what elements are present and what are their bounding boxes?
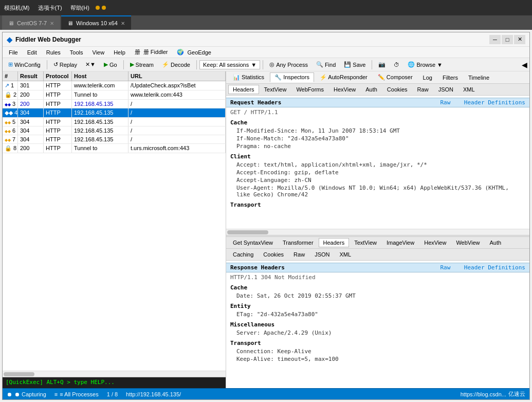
decode-icon: ⚡ bbox=[162, 61, 169, 68]
find-button[interactable]: 🔍 Find bbox=[313, 60, 339, 69]
resp-tab-syntaxview[interactable]: Get SyntaxView bbox=[228, 238, 278, 247]
action-button[interactable]: ✕▼ bbox=[82, 60, 99, 69]
req-tab-textview[interactable]: TextView bbox=[260, 85, 291, 94]
tab-statistics[interactable]: 📊 Statistics bbox=[228, 72, 269, 82]
menu-geoedge[interactable]: 🌍 GeoEdge bbox=[173, 48, 215, 57]
req-tab-xml[interactable]: XML bbox=[458, 85, 480, 94]
close-button[interactable]: ✕ bbox=[514, 35, 525, 44]
resp-tab-hexview[interactable]: HexView bbox=[419, 238, 451, 247]
session-row[interactable]: ↗ 1 301 HTTP www.telerik.com /UpdateChec… bbox=[3, 81, 226, 90]
tab-autoresponder[interactable]: ⚡ AutoResponder bbox=[315, 72, 372, 82]
toolbar-separator-3 bbox=[196, 60, 197, 69]
decode-button[interactable]: ⚡ Decode bbox=[158, 60, 194, 69]
req-tab-raw[interactable]: Raw bbox=[413, 85, 433, 94]
winconfig-button[interactable]: ⊞ WinConfig bbox=[5, 60, 44, 69]
menu-rules[interactable]: Rules bbox=[42, 48, 65, 57]
req-tab-hexview[interactable]: HexView bbox=[329, 85, 360, 94]
stream-icon: ▶ bbox=[130, 61, 134, 68]
resp-tab-caching[interactable]: Caching bbox=[228, 250, 258, 259]
geoedge-icon: 🌍 bbox=[177, 49, 184, 56]
tab-log[interactable]: Log bbox=[418, 73, 437, 82]
transport-title: Transport bbox=[226, 200, 529, 209]
req-scrollbar-thumb[interactable] bbox=[227, 230, 268, 234]
row-icon-6: ◆◆ bbox=[5, 129, 11, 134]
statistics-icon: 📊 bbox=[233, 74, 240, 80]
session-row[interactable]: ◆◆ 5 304 HTTP 192.168.45.135 / bbox=[3, 118, 226, 126]
menu-tabs[interactable]: 选项卡(T) bbox=[38, 4, 62, 12]
os-tab-windows[interactable]: 🖥 Windows 10 x64 ✕ bbox=[61, 15, 131, 30]
row-icon-1: ↗ bbox=[5, 82, 9, 88]
menu-edit[interactable]: Edit bbox=[23, 48, 41, 57]
resp-tab-headers[interactable]: Headers bbox=[319, 238, 350, 247]
minimize-button[interactable]: ─ bbox=[489, 35, 501, 44]
resp-tab-imageview[interactable]: ImageView bbox=[382, 238, 419, 247]
client-title: Client bbox=[226, 152, 529, 161]
capture-icon: ⏺ bbox=[7, 391, 12, 397]
screenshot-button[interactable]: 📷 bbox=[375, 60, 389, 69]
collapse-icon[interactable]: ◀ bbox=[522, 61, 527, 69]
os-tab-centos-close[interactable]: ✕ bbox=[50, 21, 54, 26]
req-scrollbar-h[interactable] bbox=[226, 229, 529, 235]
processes-label: ≡ All Processes bbox=[60, 391, 99, 397]
any-process-button[interactable]: ◎ ◎ Any Process Any Process bbox=[266, 60, 311, 69]
req-tab-json[interactable]: JSON bbox=[434, 85, 458, 94]
session-row[interactable]: ◆◆ 3 200 HTTP 192.168.45.135 / bbox=[3, 100, 226, 108]
menu-bar: File Edit Rules Tools View Help 册 册 Fidd… bbox=[3, 47, 529, 58]
session-scrollbar-h[interactable] bbox=[3, 371, 226, 377]
session-row[interactable]: ◆◆ 6 304 HTTP 192.168.45.135 / bbox=[3, 126, 226, 135]
os-tab-centos[interactable]: 🖥 CentOS 7-7 ✕ bbox=[2, 15, 60, 30]
status-bar: ⏺ ⏺ Capturing ≡ ≡ All Processes 1 / 8 ht… bbox=[3, 388, 529, 399]
client-group: Client Accept: text/html, application/xh… bbox=[226, 151, 529, 199]
processes-icon: ≡ bbox=[54, 391, 58, 397]
req-raw-link[interactable]: Raw bbox=[440, 99, 450, 106]
tab-inspectors[interactable]: 🔧 Inspectors bbox=[270, 72, 314, 82]
col-header-host: Host bbox=[72, 71, 129, 81]
tab-timeline[interactable]: Timeline bbox=[464, 73, 494, 82]
req-tab-auth[interactable]: Auth bbox=[361, 85, 382, 94]
resp-tab-cookies[interactable]: Cookies bbox=[259, 250, 288, 259]
session-row[interactable]: 🔒 2 200 HTTP Tunnel to www.telerik.com:4… bbox=[3, 90, 226, 100]
col-header-protocol: Protocol bbox=[44, 71, 72, 81]
resp-tab-xml[interactable]: XML bbox=[335, 250, 356, 259]
session-row[interactable]: ◆◆ 7 304 HTTP 192.168.45.135 / bbox=[3, 135, 226, 144]
menu-help[interactable]: Help bbox=[109, 48, 130, 57]
scrollbar-thumb[interactable] bbox=[4, 372, 34, 376]
session-row-selected[interactable]: ◆◆ 4 304 HTTP 192.168.45.135 / bbox=[3, 108, 226, 118]
resp-raw-link[interactable]: Raw bbox=[440, 264, 450, 271]
go-button[interactable]: ▶ Go bbox=[100, 60, 121, 69]
stream-button[interactable]: ▶ Stream bbox=[126, 60, 157, 69]
req-tab-headers[interactable]: Headers bbox=[228, 85, 259, 94]
response-status-line: HTTP/1.1 304 Not Modified bbox=[226, 272, 529, 282]
resp-tab-json[interactable]: JSON bbox=[310, 250, 334, 259]
timer-button[interactable]: ⏱ bbox=[390, 60, 403, 69]
resp-tab-webview[interactable]: WebView bbox=[451, 238, 484, 247]
resp-tab-auth[interactable]: Auth bbox=[485, 238, 506, 247]
menu-tools[interactable]: Tools bbox=[66, 48, 87, 57]
resp-tab-textview[interactable]: TextView bbox=[350, 238, 381, 247]
keep-sessions-dropdown[interactable]: Keep: All sessions ▼ bbox=[199, 60, 260, 69]
browse-button[interactable]: 🌐 Browse ▼ bbox=[404, 60, 446, 69]
toolbar-separator-1 bbox=[47, 60, 47, 69]
req-tab-cookies[interactable]: Cookies bbox=[382, 85, 412, 94]
resp-tab-transformer[interactable]: Transformer bbox=[278, 238, 318, 247]
save-button[interactable]: 💾 Save bbox=[340, 60, 369, 69]
session-row[interactable]: 🔒 8 200 HTTP Tunnel to t.urs.microsoft.c… bbox=[3, 144, 226, 153]
menu-fiddler[interactable]: 册 册 Fiddler bbox=[131, 47, 172, 57]
resp-header-def-link[interactable]: Header Definitions bbox=[464, 264, 525, 271]
os-title-bar: 模拟机(M) 选项卡(T) 帮助(H) bbox=[0, 0, 532, 15]
app-titlebar: ◆ Fiddler Web Debugger ─ □ ✕ bbox=[3, 32, 529, 47]
tab-filters[interactable]: Filters bbox=[438, 73, 463, 82]
menu-help[interactable]: 帮助(H) bbox=[70, 4, 89, 12]
req-header-def-link[interactable]: Header Definitions bbox=[464, 99, 525, 106]
replay-button[interactable]: ↺ Replay bbox=[50, 60, 81, 69]
menu-view[interactable]: View bbox=[88, 48, 109, 57]
tab-composer[interactable]: ✏️ Composer bbox=[373, 72, 417, 82]
session-panel: # Result Protocol Host URL ↗ 1 301 HTTP … bbox=[3, 71, 226, 388]
maximize-button[interactable]: □ bbox=[502, 35, 513, 44]
menu-file[interactable]: File bbox=[5, 48, 22, 57]
resp-transport-title: Transport bbox=[226, 339, 529, 348]
menu-simulate[interactable]: 模拟机(M) bbox=[4, 4, 30, 12]
os-tab-windows-close[interactable]: ✕ bbox=[121, 21, 125, 26]
req-tab-webforms[interactable]: WebForms bbox=[291, 85, 328, 94]
resp-tab-raw[interactable]: Raw bbox=[289, 250, 309, 259]
